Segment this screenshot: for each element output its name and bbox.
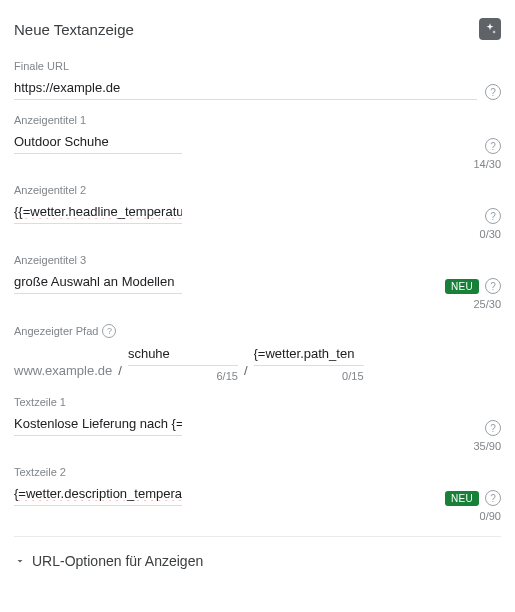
help-icon[interactable]: ?	[485, 138, 501, 154]
final-url-input[interactable]	[14, 78, 477, 100]
headline2-field: Anzeigentitel 2 ? 0/30	[14, 184, 501, 240]
headline1-label: Anzeigentitel 1	[14, 114, 501, 126]
description1-label: Textzeile 1	[14, 396, 501, 408]
headline2-input[interactable]	[14, 202, 182, 224]
path1-input[interactable]	[128, 344, 238, 366]
display-path-label: Angezeigter Pfad	[14, 325, 98, 337]
description2-label: Textzeile 2	[14, 466, 501, 478]
path2-counter: 0/15	[254, 370, 364, 382]
help-icon[interactable]: ?	[485, 84, 501, 100]
path2-input[interactable]	[254, 344, 364, 366]
help-icon[interactable]: ?	[485, 208, 501, 224]
description1-field: Textzeile 1 ? 35/90	[14, 396, 501, 452]
description1-input[interactable]	[14, 414, 182, 436]
description2-input[interactable]	[14, 484, 182, 506]
url-options-accordion[interactable]: URL-Optionen für Anzeigen	[14, 549, 501, 573]
divider	[14, 536, 501, 537]
headline1-input[interactable]	[14, 132, 182, 154]
headline3-label: Anzeigentitel 3	[14, 254, 501, 266]
display-path-field: Angezeigter Pfad ? www.example.de / 6/15…	[14, 324, 501, 382]
page-title: Neue Textanzeige	[14, 21, 479, 38]
help-icon[interactable]: ?	[102, 324, 116, 338]
chevron-down-icon	[14, 555, 26, 567]
new-badge: NEU	[445, 279, 479, 294]
headline2-counter: 0/30	[14, 228, 501, 240]
headline3-input[interactable]	[14, 272, 182, 294]
help-icon[interactable]: ?	[485, 420, 501, 436]
path1-counter: 6/15	[128, 370, 238, 382]
new-badge: NEU	[445, 491, 479, 506]
display-path-domain: www.example.de	[14, 363, 112, 382]
headline1-counter: 14/30	[14, 158, 501, 170]
path-separator: /	[118, 363, 122, 382]
description2-field: Textzeile 2 NEU ? 0/90	[14, 466, 501, 522]
final-url-label: Finale URL	[14, 60, 501, 72]
headline1-field: Anzeigentitel 1 ? 14/30	[14, 114, 501, 170]
url-options-label: URL-Optionen für Anzeigen	[32, 553, 203, 569]
ad-editor-panel: Neue Textanzeige Finale URL ? Anzeigenti…	[0, 0, 515, 587]
description1-counter: 35/90	[14, 440, 501, 452]
description2-counter: 0/90	[14, 510, 501, 522]
headline3-counter: 25/30	[14, 298, 501, 310]
final-url-field: Finale URL ?	[14, 60, 501, 100]
help-icon[interactable]: ?	[485, 490, 501, 506]
help-icon[interactable]: ?	[485, 278, 501, 294]
path-separator: /	[244, 363, 248, 382]
suggestions-button[interactable]	[479, 18, 501, 40]
headline3-field: Anzeigentitel 3 NEU ? 25/30	[14, 254, 501, 310]
headline2-label: Anzeigentitel 2	[14, 184, 501, 196]
